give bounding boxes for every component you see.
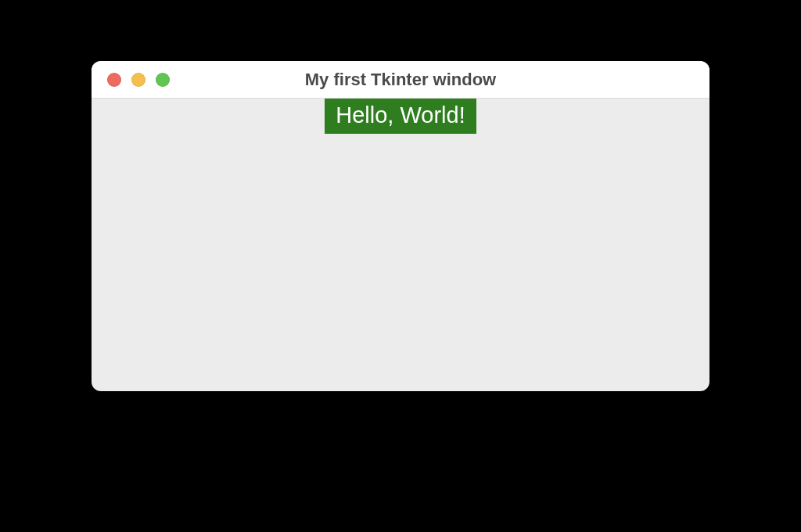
hello-label: Hello, World! (325, 99, 476, 134)
app-window: My first Tkinter window Hello, World! (92, 61, 709, 391)
window-title: My first Tkinter window (92, 70, 709, 90)
zoom-icon[interactable] (156, 73, 170, 87)
traffic-lights (92, 73, 170, 87)
titlebar: My first Tkinter window (92, 61, 709, 99)
window-content: Hello, World! (92, 99, 709, 391)
minimize-icon[interactable] (131, 73, 145, 87)
close-icon[interactable] (107, 73, 121, 87)
